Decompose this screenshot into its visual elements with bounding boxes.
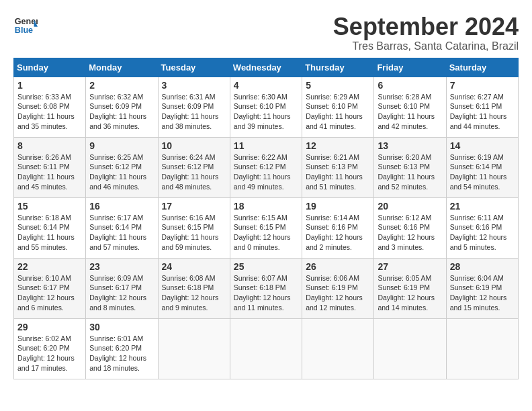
day-number: 5: [306, 80, 370, 91]
day-number: 29: [17, 322, 82, 332]
calendar-body: 1 Sunrise: 6:33 AMSunset: 6:08 PMDayligh…: [14, 77, 519, 379]
day-number: 17: [162, 201, 226, 212]
calendar-day-cell: 27 Sunrise: 6:05 AMSunset: 6:19 PMDaylig…: [374, 258, 446, 318]
calendar-day-cell: 22 Sunrise: 6:10 AMSunset: 6:17 PMDaylig…: [14, 258, 86, 318]
weekday-header-cell: Sunday: [14, 58, 86, 77]
calendar-week-row: 22 Sunrise: 6:10 AMSunset: 6:17 PMDaylig…: [14, 258, 519, 318]
day-number: 16: [89, 201, 154, 212]
calendar-day-cell: [446, 318, 518, 379]
page-header: General Blue September 2024 Tres Barras,…: [13, 13, 519, 52]
day-number: 2: [89, 80, 154, 91]
calendar-day-cell: 30 Sunrise: 6:01 AMSunset: 6:20 PMDaylig…: [86, 318, 158, 379]
day-info: Sunrise: 6:09 AMSunset: 6:17 PMDaylight:…: [89, 274, 146, 312]
day-number: 22: [17, 261, 82, 272]
day-number: 11: [234, 140, 298, 151]
day-number: 14: [450, 140, 515, 151]
day-number: 23: [89, 261, 154, 272]
day-info: Sunrise: 6:10 AMSunset: 6:17 PMDaylight:…: [17, 274, 75, 312]
calendar-day-cell: 5 Sunrise: 6:29 AMSunset: 6:10 PMDayligh…: [302, 77, 374, 137]
weekday-header-cell: Thursday: [302, 58, 374, 77]
day-number: 30: [89, 322, 154, 332]
day-number: 12: [306, 140, 370, 151]
day-number: 8: [17, 140, 82, 151]
day-number: 18: [234, 201, 298, 212]
svg-text:Blue: Blue: [15, 26, 33, 35]
calendar-day-cell: 2 Sunrise: 6:32 AMSunset: 6:09 PMDayligh…: [86, 77, 158, 137]
day-info: Sunrise: 6:24 AMSunset: 6:12 PMDaylight:…: [162, 153, 219, 191]
day-number: 27: [378, 261, 442, 272]
day-info: Sunrise: 6:17 AMSunset: 6:14 PMDaylight:…: [89, 214, 146, 251]
calendar-week-row: 15 Sunrise: 6:18 AMSunset: 6:14 PMDaylig…: [14, 197, 519, 258]
calendar-day-cell: 9 Sunrise: 6:25 AMSunset: 6:12 PMDayligh…: [86, 137, 158, 197]
day-info: Sunrise: 6:02 AMSunset: 6:20 PMDaylight:…: [17, 334, 75, 372]
calendar-day-cell: 13 Sunrise: 6:20 AMSunset: 6:13 PMDaylig…: [374, 137, 446, 197]
day-info: Sunrise: 6:33 AMSunset: 6:08 PMDaylight:…: [17, 93, 75, 130]
day-info: Sunrise: 6:26 AMSunset: 6:11 PMDaylight:…: [17, 153, 75, 191]
day-info: Sunrise: 6:19 AMSunset: 6:14 PMDaylight:…: [450, 153, 507, 191]
day-info: Sunrise: 6:16 AMSunset: 6:15 PMDaylight:…: [162, 214, 219, 251]
day-number: 4: [234, 80, 298, 91]
calendar-day-cell: 28 Sunrise: 6:04 AMSunset: 6:19 PMDaylig…: [446, 258, 518, 318]
day-info: Sunrise: 6:08 AMSunset: 6:18 PMDaylight:…: [162, 274, 219, 312]
calendar-day-cell: [158, 318, 230, 379]
day-number: 21: [450, 201, 515, 212]
day-number: 9: [89, 140, 154, 151]
calendar-week-row: 8 Sunrise: 6:26 AMSunset: 6:11 PMDayligh…: [14, 137, 519, 197]
day-info: Sunrise: 6:30 AMSunset: 6:10 PMDaylight:…: [234, 93, 291, 130]
calendar-week-row: 29 Sunrise: 6:02 AMSunset: 6:20 PMDaylig…: [14, 318, 519, 379]
day-info: Sunrise: 6:14 AMSunset: 6:16 PMDaylight:…: [306, 214, 363, 251]
weekday-header-cell: Friday: [374, 58, 446, 77]
day-number: 28: [450, 261, 515, 272]
day-info: Sunrise: 6:20 AMSunset: 6:13 PMDaylight:…: [378, 153, 435, 191]
day-info: Sunrise: 6:11 AMSunset: 6:16 PMDaylight:…: [450, 214, 507, 251]
calendar-day-cell: 10 Sunrise: 6:24 AMSunset: 6:12 PMDaylig…: [158, 137, 230, 197]
calendar-day-cell: 26 Sunrise: 6:06 AMSunset: 6:19 PMDaylig…: [302, 258, 374, 318]
calendar-title: September 2024: [333, 13, 519, 40]
calendar-day-cell: 3 Sunrise: 6:31 AMSunset: 6:09 PMDayligh…: [158, 77, 230, 137]
calendar-day-cell: 24 Sunrise: 6:08 AMSunset: 6:18 PMDaylig…: [158, 258, 230, 318]
day-info: Sunrise: 6:25 AMSunset: 6:12 PMDaylight:…: [89, 153, 146, 191]
calendar-day-cell: 21 Sunrise: 6:11 AMSunset: 6:16 PMDaylig…: [446, 197, 518, 258]
calendar-subtitle: Tres Barras, Santa Catarina, Brazil: [333, 40, 519, 52]
calendar-day-cell: 19 Sunrise: 6:14 AMSunset: 6:16 PMDaylig…: [302, 197, 374, 258]
logo: General Blue: [13, 13, 38, 38]
day-info: Sunrise: 6:22 AMSunset: 6:12 PMDaylight:…: [234, 153, 291, 191]
calendar-day-cell: [230, 318, 302, 379]
day-info: Sunrise: 6:27 AMSunset: 6:11 PMDaylight:…: [450, 93, 507, 130]
calendar-day-cell: 23 Sunrise: 6:09 AMSunset: 6:17 PMDaylig…: [86, 258, 158, 318]
calendar-day-cell: 15 Sunrise: 6:18 AMSunset: 6:14 PMDaylig…: [14, 197, 86, 258]
weekday-header-cell: Tuesday: [158, 58, 230, 77]
calendar-day-cell: 20 Sunrise: 6:12 AMSunset: 6:16 PMDaylig…: [374, 197, 446, 258]
day-info: Sunrise: 6:07 AMSunset: 6:18 PMDaylight:…: [234, 274, 291, 312]
day-number: 20: [378, 201, 442, 212]
day-number: 1: [17, 80, 82, 91]
title-block: September 2024 Tres Barras, Santa Catari…: [333, 13, 519, 52]
day-info: Sunrise: 6:29 AMSunset: 6:10 PMDaylight:…: [306, 93, 363, 130]
day-info: Sunrise: 6:18 AMSunset: 6:14 PMDaylight:…: [17, 214, 75, 251]
weekday-header-cell: Saturday: [446, 58, 518, 77]
calendar-day-cell: 1 Sunrise: 6:33 AMSunset: 6:08 PMDayligh…: [14, 77, 86, 137]
day-number: 10: [162, 140, 226, 151]
calendar-day-cell: 18 Sunrise: 6:15 AMSunset: 6:15 PMDaylig…: [230, 197, 302, 258]
day-info: Sunrise: 6:21 AMSunset: 6:13 PMDaylight:…: [306, 153, 363, 191]
calendar-day-cell: [374, 318, 446, 379]
calendar-week-row: 1 Sunrise: 6:33 AMSunset: 6:08 PMDayligh…: [14, 77, 519, 137]
calendar-day-cell: 17 Sunrise: 6:16 AMSunset: 6:15 PMDaylig…: [158, 197, 230, 258]
day-info: Sunrise: 6:12 AMSunset: 6:16 PMDaylight:…: [378, 214, 435, 251]
calendar-day-cell: 12 Sunrise: 6:21 AMSunset: 6:13 PMDaylig…: [302, 137, 374, 197]
calendar-day-cell: 6 Sunrise: 6:28 AMSunset: 6:10 PMDayligh…: [374, 77, 446, 137]
day-info: Sunrise: 6:05 AMSunset: 6:19 PMDaylight:…: [378, 274, 435, 312]
calendar-day-cell: 11 Sunrise: 6:22 AMSunset: 6:12 PMDaylig…: [230, 137, 302, 197]
calendar-day-cell: [302, 318, 374, 379]
calendar-day-cell: 25 Sunrise: 6:07 AMSunset: 6:18 PMDaylig…: [230, 258, 302, 318]
day-number: 24: [162, 261, 226, 272]
weekday-header-row: SundayMondayTuesdayWednesdayThursdayFrid…: [14, 58, 519, 77]
weekday-header-cell: Monday: [86, 58, 158, 77]
day-info: Sunrise: 6:06 AMSunset: 6:19 PMDaylight:…: [306, 274, 363, 312]
logo-icon: General Blue: [13, 13, 38, 38]
calendar-day-cell: 29 Sunrise: 6:02 AMSunset: 6:20 PMDaylig…: [14, 318, 86, 379]
calendar-day-cell: 8 Sunrise: 6:26 AMSunset: 6:11 PMDayligh…: [14, 137, 86, 197]
calendar-day-cell: 7 Sunrise: 6:27 AMSunset: 6:11 PMDayligh…: [446, 77, 518, 137]
calendar-day-cell: 16 Sunrise: 6:17 AMSunset: 6:14 PMDaylig…: [86, 197, 158, 258]
calendar-day-cell: 4 Sunrise: 6:30 AMSunset: 6:10 PMDayligh…: [230, 77, 302, 137]
